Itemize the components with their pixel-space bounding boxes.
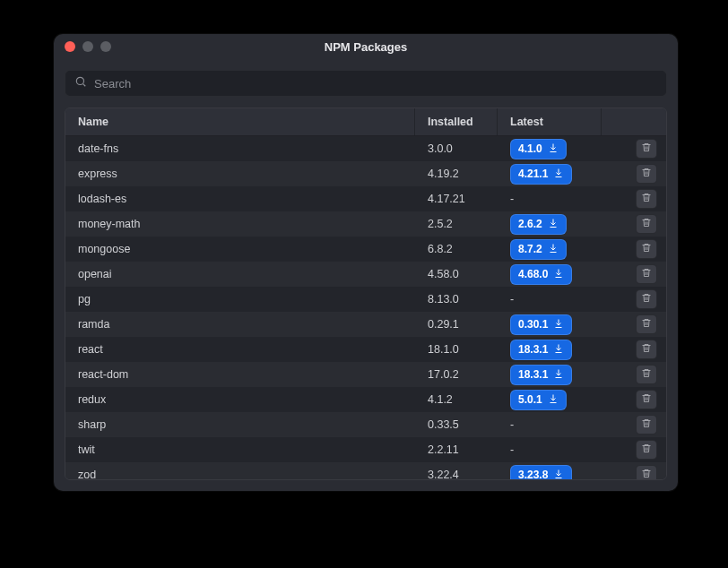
trash-icon: [641, 217, 652, 231]
close-window-button[interactable]: [65, 41, 75, 52]
table-row[interactable]: zod3.22.43.23.8: [65, 462, 666, 479]
table-row[interactable]: twit2.2.11-: [65, 437, 666, 462]
delete-button[interactable]: [636, 189, 657, 209]
installed-version: 4.19.2: [415, 161, 498, 186]
column-header-installed[interactable]: Installed: [415, 108, 498, 135]
update-button[interactable]: 18.3.1: [510, 365, 572, 385]
update-button[interactable]: 18.3.1: [510, 340, 572, 360]
table-row[interactable]: mongoose6.8.28.7.2: [65, 237, 666, 262]
installed-version: 0.29.1: [415, 312, 498, 337]
latest-version-label: 18.3.1: [518, 343, 548, 356]
table-row[interactable]: lodash-es4.17.21-: [65, 186, 666, 211]
package-name: money-math: [65, 211, 415, 237]
column-header-actions: [602, 108, 666, 135]
latest-version-cell: -: [498, 287, 602, 312]
update-button[interactable]: 4.1.0: [510, 139, 567, 159]
trash-icon: [641, 292, 652, 306]
installed-version: 0.33.5: [415, 412, 498, 437]
installed-version: 18.1.0: [415, 337, 498, 362]
actions-cell: [602, 237, 666, 262]
trash-icon: [641, 367, 652, 382]
package-name: twit: [65, 437, 415, 462]
actions-cell: [602, 312, 666, 337]
latest-version-label: 2.6.2: [518, 218, 542, 230]
search-input[interactable]: [94, 77, 657, 90]
actions-cell: [602, 136, 666, 161]
table-row[interactable]: react18.1.018.3.1: [65, 337, 666, 362]
update-button[interactable]: 4.68.0: [510, 264, 572, 285]
actions-cell: [602, 211, 666, 237]
table-header: Name Installed Latest: [65, 108, 666, 136]
package-name: openai: [65, 262, 415, 287]
download-icon: [548, 142, 559, 156]
actions-cell: [602, 262, 666, 287]
update-button[interactable]: 2.6.2: [510, 214, 567, 235]
actions-cell: [602, 462, 666, 479]
delete-button[interactable]: [636, 390, 657, 409]
latest-version-cell: -: [498, 186, 602, 211]
update-button[interactable]: 5.0.1: [510, 390, 567, 410]
delete-button[interactable]: [636, 465, 657, 479]
actions-cell: [602, 186, 666, 211]
trash-icon: [641, 167, 652, 181]
table-row[interactable]: sharp0.33.5-: [65, 412, 666, 437]
table-row[interactable]: redux4.1.25.0.1: [65, 387, 666, 412]
installed-version: 2.5.2: [415, 211, 498, 237]
maximize-window-button[interactable]: [100, 41, 111, 52]
table-row[interactable]: express4.19.24.21.1: [65, 161, 666, 186]
delete-button[interactable]: [636, 239, 657, 259]
package-name: sharp: [65, 412, 415, 437]
svg-point-0: [76, 77, 83, 84]
update-button[interactable]: 3.23.8: [510, 465, 572, 480]
titlebar: NPM Packages: [54, 34, 678, 59]
latest-version-cell: 4.21.1: [498, 161, 602, 186]
download-icon: [553, 469, 564, 480]
latest-version-label: 4.21.1: [518, 168, 548, 180]
update-button[interactable]: 8.7.2: [510, 239, 567, 260]
latest-version-cell: 4.68.0: [498, 262, 602, 287]
package-name: zod: [65, 462, 415, 479]
update-button[interactable]: 0.30.1: [510, 314, 572, 335]
actions-cell: [602, 387, 666, 412]
table-row[interactable]: react-dom17.0.218.3.1: [65, 362, 666, 387]
download-icon: [553, 268, 564, 281]
search-field[interactable]: [65, 70, 667, 97]
latest-version-cell: 18.3.1: [498, 337, 602, 362]
delete-button[interactable]: [636, 415, 657, 435]
latest-version-label: 3.23.8: [518, 469, 548, 479]
update-button[interactable]: 4.21.1: [510, 164, 572, 185]
delete-button[interactable]: [636, 264, 657, 284]
delete-button[interactable]: [636, 440, 657, 460]
installed-version: 4.17.21: [415, 186, 498, 211]
delete-button[interactable]: [636, 139, 657, 159]
column-header-latest[interactable]: Latest: [498, 108, 602, 135]
download-icon: [553, 168, 564, 181]
latest-version-label: 8.7.2: [518, 243, 542, 255]
column-header-name[interactable]: Name: [65, 108, 415, 135]
app-window: NPM Packages Name Installed Latest date-…: [54, 34, 678, 491]
delete-button[interactable]: [636, 340, 657, 359]
window-title: NPM Packages: [325, 40, 408, 54]
actions-cell: [602, 287, 666, 312]
table-row[interactable]: pg8.13.0-: [65, 287, 666, 312]
table-row[interactable]: money-math2.5.22.6.2: [65, 211, 666, 237]
package-name: ramda: [65, 312, 415, 337]
latest-version-label: 18.3.1: [518, 368, 548, 381]
installed-version: 4.58.0: [415, 262, 498, 287]
minimize-window-button[interactable]: [82, 41, 93, 52]
delete-button[interactable]: [636, 365, 657, 384]
delete-button[interactable]: [636, 289, 657, 309]
delete-button[interactable]: [636, 214, 657, 234]
download-icon: [548, 393, 559, 407]
table-row[interactable]: date-fns3.0.04.1.0: [65, 136, 666, 161]
latest-version-cell: 4.1.0: [498, 136, 602, 161]
latest-version-cell: 18.3.1: [498, 362, 602, 387]
trash-icon: [641, 317, 652, 331]
table-body[interactable]: date-fns3.0.04.1.0express4.19.24.21.1lod…: [65, 136, 666, 479]
table-row[interactable]: ramda0.29.10.30.1: [65, 312, 666, 337]
package-name: express: [65, 161, 415, 186]
delete-button[interactable]: [636, 314, 657, 334]
delete-button[interactable]: [636, 164, 657, 184]
table-row[interactable]: openai4.58.04.68.0: [65, 262, 666, 287]
latest-version-label: 4.1.0: [518, 142, 542, 155]
